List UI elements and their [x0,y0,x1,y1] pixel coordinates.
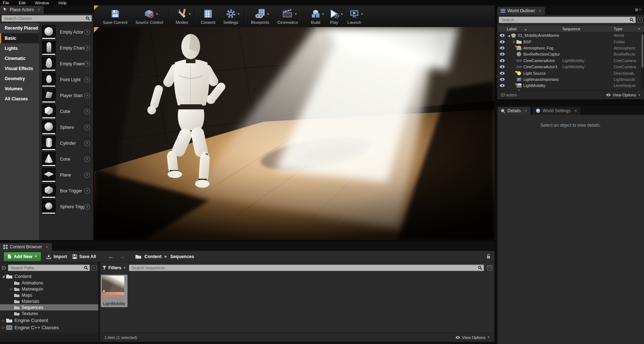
column-header-label[interactable]: Label▲ [507,27,562,31]
help-icon[interactable]: ? [84,188,90,194]
place-actor-item[interactable]: Player Start ? [39,88,93,104]
outliner-row[interactable]: ◢ 01_MobilityAnimManne World [497,32,644,39]
panel-divider[interactable] [494,5,497,344]
folder-tree-item[interactable]: ▷ Engine C++ Classes [0,324,98,331]
place-actor-item[interactable]: Sphere Trigge ? [39,199,93,215]
visibility-eye-icon[interactable] [497,34,507,37]
menu-item-help[interactable]: Help [59,1,67,5]
visibility-eye-icon[interactable] [497,78,507,81]
save-all-button[interactable]: Save All [72,254,96,259]
folder-tree-item[interactable]: ▷ Mannequin [0,286,98,292]
blueprints-button[interactable]: ▼ Blueprints [247,7,273,25]
help-icon[interactable]: ? [84,93,90,99]
forward-button[interactable]: → [119,253,125,260]
place-actor-item[interactable]: Sphere ? [39,119,93,135]
tab-world-settings[interactable]: World Settings ✕ [533,107,580,115]
place-category[interactable]: Volumes [0,84,39,94]
place-actors-tab[interactable]: Place Actors ✕ [0,6,44,14]
place-actor-item[interactable]: Cylinder ? [39,135,93,151]
menu-item-file[interactable]: File [3,1,9,5]
tab-details[interactable]: Details ✕ [497,107,531,115]
actor-thumbnail[interactable] [42,73,56,87]
launch-button[interactable]: ▼ Launch [343,7,365,25]
breadcrumb-content[interactable]: Content [144,254,161,259]
folder-tree-item[interactable]: ◢ Content [0,273,98,280]
actor-thumbnail[interactable] [42,120,56,135]
help-icon[interactable]: ? [84,109,90,114]
outliner-row[interactable]: LightmassImportanc LightmassIn [497,77,644,83]
search-sequences-input[interactable] [129,265,484,271]
outliner-row[interactable]: Light Source DirectionalL [497,70,644,76]
expander-icon[interactable]: ▷ [2,326,6,329]
actor-thumbnail[interactable] [42,136,56,151]
expander-icon[interactable]: ▷ [512,40,517,43]
place-category[interactable]: Cinematic [0,53,39,64]
actor-thumbnail[interactable] [42,152,56,166]
outliner-scrollbar[interactable] [641,33,644,89]
chevron-down-icon[interactable]: ▼ [321,12,325,16]
help-icon[interactable]: ? [84,125,90,130]
chevron-down-icon[interactable]: ▼ [294,12,298,16]
asset-grid[interactable]: LightMobility [100,273,494,332]
close-icon[interactable]: ✕ [574,109,577,113]
filters-button[interactable]: Filters ▼ [102,265,126,270]
actor-thumbnail[interactable] [42,41,56,55]
actor-thumbnail[interactable] [42,88,56,103]
outliner-row[interactable]: LightMobility LevelSequer [497,83,644,89]
help-icon[interactable]: ? [84,77,90,83]
visibility-eye-icon[interactable] [497,84,507,87]
saved-search-icon[interactable]: + [637,17,643,23]
chevron-down-icon[interactable]: ▼ [360,12,364,16]
content-button[interactable]: Content [197,7,219,25]
place-actor-item[interactable]: Empty Pawn ? [39,56,93,72]
actor-thumbnail[interactable] [42,57,56,71]
back-button[interactable]: ← [108,253,114,260]
panel-divider[interactable] [497,99,644,105]
close-icon[interactable]: ✕ [538,9,541,13]
import-button[interactable]: Import [46,254,67,259]
help-icon[interactable]: ? [84,172,90,178]
folder-tree-item[interactable]: Textures [0,310,98,317]
visibility-eye-icon[interactable] [497,46,507,50]
help-icon[interactable]: ? [84,204,90,210]
place-category[interactable]: Geometry [0,74,39,84]
outliner-view-options-button[interactable]: View Options▼ [606,93,641,97]
folder-tree-item[interactable]: Materials [0,298,98,304]
viewport-3d[interactable] [94,27,494,240]
help-icon[interactable]: ? [84,61,90,67]
place-actor-item[interactable]: Cone ? [39,151,93,167]
tab-options-icon[interactable]: ▦+ [635,8,642,12]
place-category[interactable]: Recently Placed [0,23,39,33]
asset-tile[interactable]: LightMobility [101,275,127,307]
help-icon[interactable]: ? [84,45,90,51]
sources-toggle-icon[interactable] [1,266,7,270]
place-actor-item[interactable]: Box Trigger ? [39,183,93,199]
outliner-row[interactable]: CineCameraActor3 LightMobility CineCamer… [497,64,644,70]
close-icon[interactable]: ✕ [524,109,527,113]
outliner-row[interactable]: BoxReflectionCaptur BoxReflectic [497,51,644,57]
search-classes-input[interactable] [1,15,92,22]
chevron-down-icon[interactable]: ▼ [188,12,191,16]
modes-button[interactable]: ▼ Modes [172,7,192,25]
help-icon[interactable]: ? [84,156,90,162]
actor-thumbnail[interactable] [42,104,56,119]
breadcrumb-sequences[interactable]: Sequences [170,254,194,259]
actor-thumbnail[interactable] [42,168,56,182]
outliner-row[interactable]: Player Start PlayerStart [497,89,644,90]
folder-tree-item[interactable]: ▷ Engine Content [0,317,98,324]
search-paths-input[interactable] [8,265,90,271]
expander-icon[interactable]: ▷ [10,287,14,291]
chevron-down-icon[interactable]: ▼ [267,12,270,16]
outliner-row[interactable]: ▷ BSP Folder [497,39,644,45]
column-header-type[interactable]: Type▼ [614,27,644,31]
menu-item-window[interactable]: Window [35,1,49,5]
outliner-row[interactable]: Atmospheric Fog Atmospheric [497,45,644,51]
expander-icon[interactable]: ▷ [2,319,6,322]
visibility-eye-icon[interactable] [497,65,507,69]
place-actor-item[interactable]: Plane ? [39,167,93,183]
visibility-eye-icon[interactable] [497,71,507,75]
asset-thumbnail[interactable] [102,276,124,296]
add-new-button[interactable]: Add New ▼ [4,252,41,261]
place-actor-item[interactable]: Empty Actor ? [39,24,93,40]
play-button[interactable]: ▼ Play [325,7,343,25]
